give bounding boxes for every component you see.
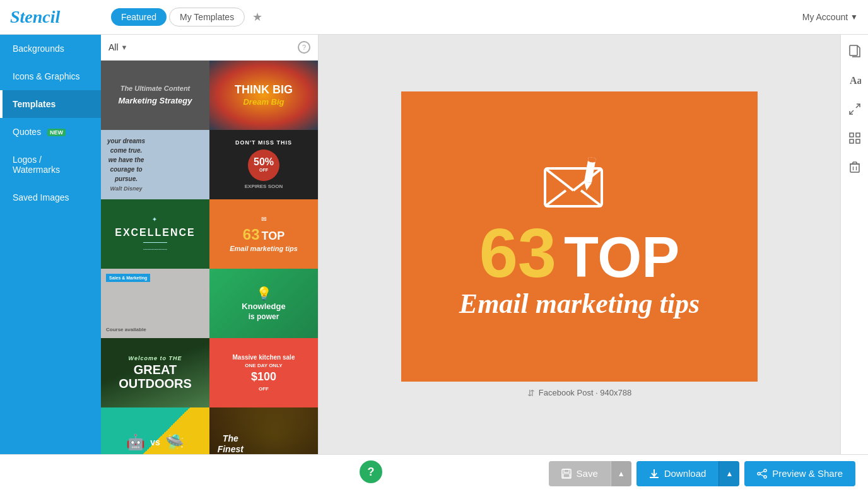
template-row: Sales & Marketing Course available 💡 Kno…	[101, 269, 318, 338]
grid-icon[interactable]	[846, 129, 864, 147]
template-row: 🤖 vs 🛸 TheFinestBlends. Columbian.	[101, 407, 318, 454]
template-thumb-5[interactable]: ✉ 63 TOP Email marketing tips	[209, 199, 318, 269]
right-toolbar: Aa	[840, 35, 868, 454]
share-icon	[757, 469, 767, 479]
download-button[interactable]: Download	[636, 461, 719, 486]
template-thumb-8[interactable]: Welcome to THE GREATOUTDOORS	[101, 338, 209, 407]
svg-point-30	[764, 476, 766, 478]
template-panel: All ▼ ? The Ultimate Content Marketing S…	[101, 35, 319, 454]
tab-bar: Featured My Templates ★	[111, 8, 802, 26]
template-row: ✦ EXCELLENCE ................. ✉ 63 TOP …	[101, 199, 318, 269]
canvas-envelope-icon	[542, 153, 618, 212]
sidebar-item-backgrounds[interactable]: Backgrounds	[0, 35, 101, 62]
svg-rect-15	[850, 139, 853, 143]
canvas-area: 63 TOP Email marketing tips ⇵ Facebook P…	[319, 35, 840, 454]
template-row: Welcome to THE GREATOUTDOORS Massive kit…	[101, 338, 318, 407]
template-grid: The Ultimate Content Marketing Strategy …	[101, 61, 318, 454]
filter-chevron-icon: ▼	[121, 44, 128, 51]
svg-rect-17	[850, 164, 859, 172]
topbar: Stencil Featured My Templates ★ My Accou…	[0, 0, 868, 35]
tab-my-templates[interactable]: My Templates	[169, 8, 245, 26]
svg-text:Aa: Aa	[850, 75, 861, 86]
svg-line-4	[581, 190, 602, 206]
sidebar-item-icons-graphics[interactable]: Icons & Graphics	[0, 62, 101, 90]
sidebar-item-quotes[interactable]: Quotes NEW	[0, 118, 101, 146]
template-thumb-placeholder: ✦ EXCELLENCE .................	[101, 199, 209, 269]
svg-line-32	[760, 471, 764, 473]
svg-line-33	[760, 474, 764, 476]
svg-point-29	[764, 469, 766, 472]
save-button-group: Save ▲	[549, 461, 631, 486]
text-icon[interactable]: Aa	[846, 71, 864, 89]
main-layout: Backgrounds Icons & Graphics Templates Q…	[0, 35, 868, 454]
template-thumb-placeholder: your dreamscome true.we have thecourage …	[101, 130, 209, 199]
template-thumb-placeholder: Massive kitchen sale ONE DAY ONLY $100 O…	[209, 338, 318, 407]
template-thumb-4[interactable]: ✦ EXCELLENCE .................	[101, 199, 209, 269]
canvas-wrapper: 63 TOP Email marketing tips ⇵ Facebook P…	[401, 91, 758, 398]
save-dropdown-button[interactable]: ▲	[611, 461, 631, 486]
template-thumb-2[interactable]: your dreamscome true.we have thecourage …	[101, 130, 209, 199]
canvas-number: 63	[479, 218, 556, 288]
template-thumb-3[interactable]: DON'T MISS THIS 50% OFF EXPIRES SOON	[209, 130, 318, 199]
template-thumb-placeholder: TheFinestBlends. Columbian.	[209, 407, 318, 454]
canvas-subtitle: Email marketing tips	[459, 288, 700, 320]
sidebar-item-logos-watermarks[interactable]: Logos / Watermarks	[0, 146, 101, 184]
save-icon	[561, 469, 572, 479]
logo-area: Stencil	[10, 7, 111, 27]
filter-dropdown[interactable]: All ▼	[108, 42, 127, 52]
template-row: your dreamscome true.we have thecourage …	[101, 130, 318, 199]
template-thumb-placeholder: DON'T MISS THIS 50% OFF EXPIRES SOON	[209, 130, 318, 199]
canvas-label: ⇵ Facebook Post · 940x788	[527, 388, 631, 398]
tab-featured[interactable]: Featured	[111, 8, 167, 26]
canvas-headline: 63 TOP	[479, 218, 680, 288]
template-thumb-placeholder: 🤖 vs 🛸	[101, 407, 209, 454]
svg-line-1	[545, 168, 573, 190]
template-thumb-7[interactable]: 💡 Knowledge is power	[209, 269, 318, 338]
help-button[interactable]: ?	[360, 460, 382, 483]
canvas-top-text: TOP	[564, 229, 679, 286]
document-icon[interactable]	[846, 42, 864, 60]
star-icon[interactable]: ★	[252, 10, 262, 24]
account-area[interactable]: My Account ▼	[802, 12, 858, 22]
sidebar-item-templates[interactable]: Templates	[0, 90, 101, 118]
expand-icon[interactable]	[846, 100, 864, 118]
filter-label: All	[108, 42, 119, 52]
template-thumb-1[interactable]: THINK BIG Dream Big	[209, 61, 318, 130]
sidebar: Backgrounds Icons & Graphics Templates Q…	[0, 35, 101, 454]
logo: Stencil	[10, 7, 60, 27]
template-row: The Ultimate Content Marketing Strategy …	[101, 61, 318, 130]
new-badge: NEW	[47, 129, 66, 136]
preview-share-button[interactable]: Preview & Share	[744, 461, 855, 486]
chevron-down-icon: ▼	[850, 13, 858, 21]
svg-line-3	[545, 190, 566, 206]
template-thumb-0[interactable]: The Ultimate Content Marketing Strategy	[101, 61, 209, 130]
template-thumb-10[interactable]: 🤖 vs 🛸	[101, 407, 209, 454]
template-thumb-placeholder: Sales & Marketing Course available	[101, 269, 209, 338]
template-thumb-9[interactable]: Massive kitchen sale ONE DAY ONLY $100 O…	[209, 338, 318, 407]
canvas-image[interactable]: 63 TOP Email marketing tips	[401, 91, 758, 382]
account-label: My Account	[802, 12, 848, 22]
svg-rect-16	[856, 139, 860, 143]
bottom-bar: ? Save ▲ Download ▲	[0, 454, 868, 492]
preview-share-label: Preview & Share	[772, 468, 843, 479]
template-thumb-placeholder: The Ultimate Content Marketing Strategy	[101, 61, 209, 130]
svg-line-8	[589, 161, 593, 162]
svg-line-11	[850, 110, 853, 114]
svg-rect-26	[563, 474, 570, 477]
template-thumb-6[interactable]: Sales & Marketing Course available	[101, 269, 209, 338]
download-dropdown-button[interactable]: ▲	[718, 461, 739, 486]
download-label: Download	[664, 468, 707, 479]
filter-bar: All ▼ ?	[101, 35, 318, 61]
resize-icon: ⇵	[527, 388, 535, 398]
template-thumb-11[interactable]: TheFinestBlends. Columbian.	[209, 407, 318, 454]
download-button-group: Download ▲	[636, 461, 740, 486]
save-button[interactable]: Save	[549, 461, 611, 486]
sidebar-item-saved-images[interactable]: Saved Images	[0, 184, 101, 211]
svg-rect-13	[850, 133, 853, 137]
svg-rect-9	[850, 45, 857, 56]
template-thumb-placeholder: 💡 Knowledge is power	[209, 269, 318, 338]
template-thumb-placeholder: ✉ 63 TOP Email marketing tips	[209, 199, 318, 269]
help-icon[interactable]: ?	[298, 41, 310, 54]
trash-icon[interactable]	[846, 158, 864, 176]
template-thumb-placeholder: THINK BIG Dream Big	[209, 61, 318, 130]
